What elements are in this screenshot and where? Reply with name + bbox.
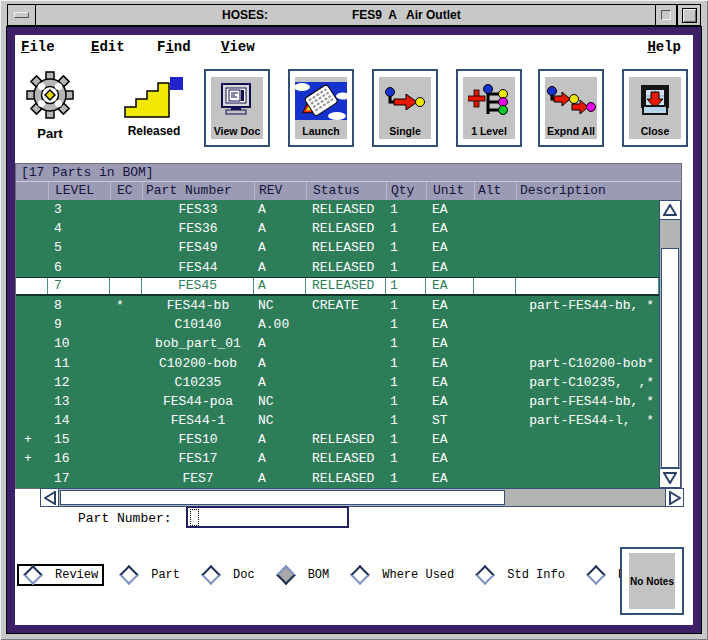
no-notes-button[interactable]: No Notes: [620, 547, 684, 615]
part-number-input[interactable]: [186, 506, 349, 528]
single-level-icon: [382, 85, 428, 117]
table-row[interactable]: 13FES44-poaNC1EApart-FES44-bb, *: [16, 392, 659, 411]
column-header: [16, 182, 48, 200]
table-row[interactable]: 4FES36ARELEASED1EA: [16, 219, 659, 238]
cell: EA: [426, 258, 474, 277]
view-doc-button[interactable]: View Doc: [204, 69, 270, 147]
launch-button[interactable]: Launch: [288, 69, 354, 147]
cell: [474, 238, 516, 257]
cell: FES33: [142, 200, 254, 219]
cell: [474, 258, 516, 277]
cell: 13: [48, 392, 110, 411]
cell: FES36: [142, 219, 254, 238]
tab-bom[interactable]: BOM: [270, 564, 336, 586]
cell: RELEASED: [306, 469, 386, 488]
cell: [306, 315, 386, 334]
menu-item-find[interactable]: Find: [157, 39, 191, 55]
menu-item-view[interactable]: View: [221, 39, 255, 55]
cell: part-FES44-l, *: [516, 411, 659, 430]
window-title: HOSES:: [222, 8, 268, 22]
part-tool-label: Part: [20, 126, 80, 141]
table-row[interactable]: 17FES7ARELEASED1EA: [16, 469, 659, 488]
cell: EA: [426, 392, 474, 411]
tab-review[interactable]: Review: [17, 564, 104, 586]
scroll-right-button[interactable]: [665, 489, 683, 506]
cell: 5: [48, 238, 110, 257]
cell: [516, 278, 659, 294]
down-arrow-icon: [663, 472, 677, 484]
cell: [110, 315, 142, 334]
titlebar-maximize-button[interactable]: [677, 4, 701, 26]
titlebar[interactable]: HOSES: FES9 A Air Outlet: [35, 4, 656, 26]
table-row[interactable]: 9C10140A.001EA: [16, 315, 659, 334]
scroll-down-button[interactable]: [660, 468, 680, 487]
column-header: REV: [254, 182, 306, 200]
cell: 1: [386, 219, 426, 238]
vscroll-trough[interactable]: [660, 220, 680, 248]
table-row[interactable]: 10bob_part_01A1EA: [16, 334, 659, 353]
cell: FES44-1: [142, 411, 254, 430]
table-row[interactable]: 5FES49ARELEASED1EA: [16, 238, 659, 257]
tab-label: Where Used: [382, 568, 454, 582]
cell: 1: [386, 373, 426, 392]
table-row[interactable]: 8*FES44-bbNCCREATE1EApart-FES44-bb, *: [16, 296, 659, 315]
tab-doc[interactable]: Doc: [195, 564, 261, 586]
tab-label: Review: [55, 568, 98, 582]
cell: 1: [386, 354, 426, 373]
cell: A: [254, 219, 306, 238]
tab-std-info[interactable]: Std Info: [469, 564, 571, 586]
cell: [474, 449, 516, 468]
cell: part-C10235, ,*: [516, 373, 659, 392]
tab-part[interactable]: Part: [113, 564, 186, 586]
text-caret: [190, 509, 199, 526]
cell: +: [16, 430, 48, 449]
cell: [110, 258, 142, 277]
cell: EA: [426, 315, 474, 334]
notes-pad-icon: No Notes: [629, 553, 675, 609]
scroll-up-button[interactable]: [660, 201, 680, 220]
cell: [110, 219, 142, 238]
table-row[interactable]: 3FES33ARELEASED1EA: [16, 200, 659, 219]
vscroll-thumb[interactable]: [661, 248, 679, 468]
scroll-left-button[interactable]: [41, 489, 59, 506]
bom-body: 3FES33ARELEASED1EA4FES36ARELEASED1EA5FES…: [16, 200, 659, 488]
close-button[interactable]: Close: [622, 69, 688, 147]
bom-header-row: LEVELECPart NumberREVStatusQtyUnitAltDes…: [16, 182, 659, 200]
cell: EA: [426, 449, 474, 468]
tab-label: BOM: [308, 568, 330, 582]
cell: 6: [48, 258, 110, 277]
cell: part-C10200-bob*: [516, 354, 659, 373]
table-row[interactable]: 11C10200-bobA1EApart-C10200-bob*: [16, 354, 659, 373]
tab-where-used[interactable]: Where Used: [344, 564, 460, 586]
cell: [516, 315, 659, 334]
part-tool[interactable]: Part: [20, 71, 80, 141]
one-level-button[interactable]: 1 Level: [456, 69, 522, 147]
expand-all-button[interactable]: Expnd All: [538, 69, 604, 147]
released-tool[interactable]: Released: [115, 77, 193, 138]
table-row[interactable]: 12C10235A1EApart-C10235, ,*: [16, 373, 659, 392]
table-row[interactable]: 6FES44ARELEASED1EA: [16, 258, 659, 277]
cell: 1: [386, 238, 426, 257]
menu-item-help[interactable]: Help: [647, 39, 681, 55]
cell: 9: [48, 315, 110, 334]
cell: EA: [426, 430, 474, 449]
table-row[interactable]: +16FES17ARELEASED1EA: [16, 449, 659, 468]
table-row[interactable]: +15FES10ARELEASED1EA: [16, 430, 659, 449]
menu-item-file[interactable]: File: [21, 39, 55, 55]
table-row[interactable]: 7FES45ARELEASED1EA: [16, 277, 659, 296]
column-header: EC: [110, 182, 142, 200]
titlebar-menu-button[interactable]: [7, 4, 36, 26]
menu-item-edit[interactable]: Edit: [91, 39, 125, 55]
cell: CREATE: [306, 296, 386, 315]
cell: EA: [426, 200, 474, 219]
titlebar-minimize-button[interactable]: [655, 4, 677, 26]
cell: +: [16, 449, 48, 468]
cell: FES10: [142, 430, 254, 449]
cell: [474, 430, 516, 449]
cell: [306, 392, 386, 411]
hscroll-thumb[interactable]: [60, 490, 505, 505]
bom-caption: [17 Parts in BOM]: [16, 164, 681, 182]
table-row[interactable]: 14FES44-1NC1STpart-FES44-l, *: [16, 411, 659, 430]
cell: [516, 334, 659, 353]
single-button[interactable]: Single: [372, 69, 438, 147]
